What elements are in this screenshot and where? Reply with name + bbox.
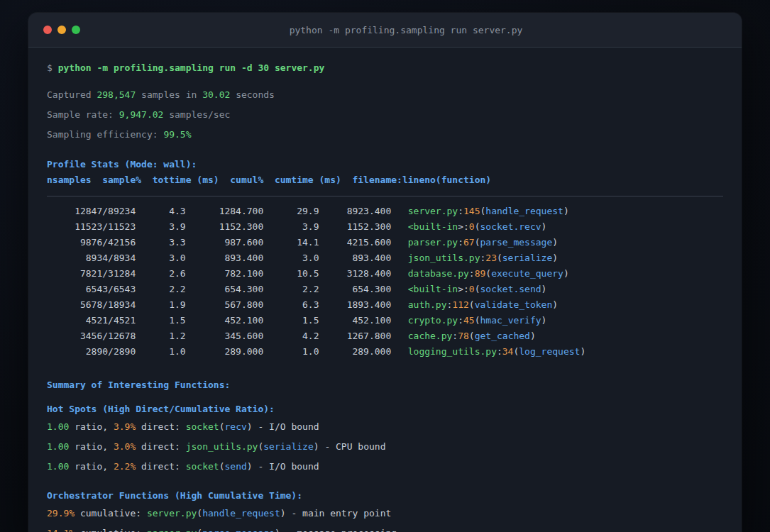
- row-numbers: 2890/2890 1.0 289.000 1.0 289.000: [47, 346, 408, 357]
- filename: server.py: [408, 206, 458, 216]
- table-header: nsamples sample% tottime (ms) cumul% cum…: [47, 172, 723, 188]
- close-button[interactable]: [43, 26, 52, 34]
- line-number: 145: [463, 206, 480, 216]
- function-name: validate_token: [475, 299, 553, 310]
- profile-table: 12847/89234 4.3 1284.700 29.9 8923.400 s…: [47, 204, 723, 360]
- row-numbers: 9876/42156 3.3 987.600 14.1 4215.600: [47, 237, 408, 248]
- profile-stats-heading: Profile Stats (Mode: wall):: [47, 157, 723, 172]
- function-name: handle_request: [202, 508, 280, 519]
- row-numbers: 4521/4521 1.5 452.100 1.5 452.100: [47, 315, 408, 326]
- window-controls: [28, 26, 80, 34]
- hotspots-heading: Hot Spots (High Direct/Cumulative Ratio)…: [47, 401, 723, 417]
- line-number: 112: [452, 299, 468, 310]
- orchestrators-heading: Orchestrator Functions (High Cumulative …: [47, 488, 723, 504]
- filename: <built-in: [408, 284, 458, 294]
- note: - main entry point: [291, 508, 391, 519]
- function-name: parse_message: [480, 237, 553, 248]
- row-numbers: 5678/18934 1.9 567.800 6.3 1893.400: [47, 299, 408, 310]
- direct-percent: 3.9%: [114, 421, 136, 432]
- table-row: 3456/12678 1.2 345.600 4.2 1267.800 cach…: [47, 328, 723, 344]
- line-number: 89: [475, 268, 486, 279]
- note: - message processing: [286, 528, 397, 532]
- function-name: handle_request: [485, 206, 563, 216]
- titlebar: python -m profiling.sampling run server.…: [28, 13, 742, 48]
- prompt: $: [47, 62, 58, 73]
- function-name: get_cached: [475, 331, 530, 341]
- row-numbers: 7821/31284 2.6 782.100 10.5 3128.400: [47, 268, 408, 279]
- minimize-button[interactable]: [57, 26, 66, 34]
- table-row: 9876/42156 3.3 987.600 14.1 4215.600 par…: [47, 235, 723, 250]
- line-number: 45: [463, 315, 475, 326]
- table-row: 4521/4521 1.5 452.100 1.5 452.100 crypto…: [47, 313, 723, 328]
- ratio-value: 1.00: [47, 441, 69, 452]
- function-name: serialize: [263, 441, 313, 452]
- filename: json_utils.py: [408, 253, 480, 263]
- maximize-button[interactable]: [72, 26, 80, 34]
- stat-line: Captured 298,547 samples in 30.02 second…: [47, 85, 723, 105]
- table-row: 12847/89234 4.3 1284.700 29.9 8923.400 s…: [47, 204, 723, 219]
- orchestrator-line: 14.1% cumulative: parser.py(parse_messag…: [47, 523, 723, 532]
- row-numbers: 8934/8934 3.0 893.400 3.0 893.400: [47, 253, 408, 263]
- ratio-value: 1.00: [47, 421, 69, 432]
- hotspot-line: 1.00 ratio, 3.9% direct: socket(recv) - …: [47, 417, 723, 437]
- line-number: 78: [458, 331, 469, 341]
- table-row: 6543/6543 2.2 654.300 2.2 654.300 <built…: [47, 282, 723, 297]
- function-name: parse_message: [202, 528, 275, 532]
- direct-percent: 2.2%: [114, 461, 136, 472]
- stat-line: Sample rate: 9,947.02 samples/sec: [47, 105, 723, 125]
- line-number: 23: [485, 253, 497, 263]
- function-name: recv: [225, 421, 247, 432]
- function-name: log_request: [519, 346, 580, 357]
- command-text: python -m profiling.sampling run -d 30 s…: [58, 62, 325, 73]
- filename: parser.py: [147, 528, 197, 532]
- table-row: 5678/18934 1.9 567.800 6.3 1893.400 auth…: [47, 297, 723, 313]
- direct-percent: 3.0%: [114, 441, 136, 452]
- function-name: socket.send: [480, 284, 541, 294]
- command-line: $ python -m profiling.sampling run -d 30…: [47, 60, 723, 76]
- summary-heading: Summary of Interesting Functions:: [47, 377, 723, 393]
- cumulative-percent: 14.1%: [47, 528, 75, 532]
- table-row: 8934/8934 3.0 893.400 3.0 893.400 json_u…: [47, 250, 723, 266]
- row-numbers: 11523/11523 3.9 1152.300 3.9 1152.300: [47, 221, 408, 232]
- orchestrator-line: 29.9% cumulative: server.py(handle_reque…: [47, 504, 723, 523]
- table-divider: [47, 196, 723, 196]
- filename: database.py: [408, 268, 469, 279]
- row-numbers: 12847/89234 4.3 1284.700 29.9 8923.400: [47, 206, 408, 216]
- filename: <built-in: [408, 221, 458, 232]
- filename: parser.py: [408, 237, 458, 248]
- line-number: 0: [469, 221, 475, 232]
- capture-stats: Captured 298,547 samples in 30.02 second…: [47, 85, 723, 145]
- function-name: socket.recv: [480, 221, 541, 232]
- function-name: serialize: [502, 253, 552, 263]
- terminal-window: python -m profiling.sampling run server.…: [28, 13, 742, 532]
- line-number: 34: [502, 346, 514, 357]
- table-row: 2890/2890 1.0 289.000 1.0 289.000 loggin…: [47, 344, 723, 360]
- terminal-output: $ python -m profiling.sampling run -d 30…: [28, 48, 742, 532]
- hotspot-line: 1.00 ratio, 2.2% direct: socket(send) - …: [47, 457, 723, 477]
- table-row: 7821/31284 2.6 782.100 10.5 3128.400 dat…: [47, 266, 723, 282]
- function-name: send: [225, 461, 247, 472]
- filename: server.py: [147, 508, 197, 519]
- note: - I/O bound: [258, 421, 319, 432]
- function-name: execute_query: [491, 268, 563, 279]
- line-number: 0: [469, 284, 475, 294]
- table-row: 11523/11523 3.9 1152.300 3.9 1152.300 <b…: [47, 219, 723, 235]
- target-name: json_utils.py: [186, 441, 258, 452]
- row-numbers: 3456/12678 1.2 345.600 4.2 1267.800: [47, 331, 408, 341]
- row-numbers: 6543/6543 2.2 654.300 2.2 654.300: [47, 284, 408, 294]
- line-number: 67: [463, 237, 475, 248]
- filename: logging_utils.py: [408, 346, 497, 357]
- filename: crypto.py: [408, 315, 458, 326]
- orchestrators-list: 29.9% cumulative: server.py(handle_reque…: [47, 504, 723, 532]
- note: - CPU bound: [324, 441, 385, 452]
- target-name: socket: [186, 421, 219, 432]
- stat-line: Sampling efficiency: 99.5%: [47, 125, 723, 145]
- filename: cache.py: [408, 331, 453, 341]
- filename: auth.py: [408, 299, 447, 310]
- ratio-value: 1.00: [47, 461, 69, 472]
- window-title: python -m profiling.sampling run server.…: [290, 25, 523, 35]
- function-name: hmac_verify: [480, 315, 541, 326]
- note: - I/O bound: [258, 461, 319, 472]
- target-name: socket: [186, 461, 219, 472]
- hotspot-line: 1.00 ratio, 3.0% direct: json_utils.py(s…: [47, 437, 723, 457]
